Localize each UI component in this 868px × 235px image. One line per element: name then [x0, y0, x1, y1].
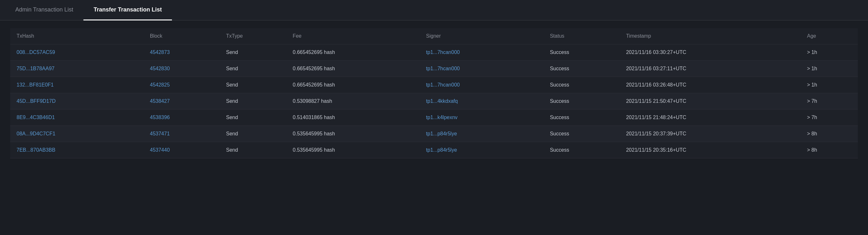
- transaction-table: TxHashBlockTxTypeFeeSignerStatusTimestam…: [10, 28, 858, 158]
- cell-age: > 8h: [801, 126, 858, 142]
- cell-timestamp: 2021/11/16 03:27:11+UTC: [620, 61, 801, 77]
- cell-signer[interactable]: tp1...p84r5lye: [420, 126, 544, 142]
- cell-timestamp: 2021/11/15 21:48:24+UTC: [620, 109, 801, 126]
- cell-age: > 7h: [801, 109, 858, 126]
- cell-age: > 8h: [801, 142, 858, 158]
- cell-timestamp: 2021/11/15 21:50:47+UTC: [620, 93, 801, 109]
- cell-block[interactable]: 4538396: [144, 109, 220, 126]
- content-area: TxHashBlockTxTypeFeeSignerStatusTimestam…: [0, 21, 868, 166]
- col-header-age: Age: [801, 28, 858, 44]
- cell-timestamp: 2021/11/16 03:26:48+UTC: [620, 77, 801, 93]
- cell-block[interactable]: 4538427: [144, 93, 220, 109]
- cell-fee: 0.665452695 hash: [286, 61, 420, 77]
- table-row: 08A...9D4C7CF14537471Send0.535645995 has…: [10, 126, 858, 142]
- cell-txhash[interactable]: 75D...1B78AA97: [10, 61, 144, 77]
- cell-txhash[interactable]: 7EB...870AB3BB: [10, 142, 144, 158]
- cell-status: Success: [544, 61, 620, 77]
- cell-txtype: Send: [220, 77, 286, 93]
- cell-txtype: Send: [220, 109, 286, 126]
- col-header-txtype: TxType: [220, 28, 286, 44]
- cell-status: Success: [544, 77, 620, 93]
- cell-timestamp: 2021/11/16 03:30:27+UTC: [620, 44, 801, 61]
- col-header-status: Status: [544, 28, 620, 44]
- table-row: 8E9...4C3B46D14538396Send0.514031865 has…: [10, 109, 858, 126]
- cell-signer[interactable]: tp1...7hcan000: [420, 61, 544, 77]
- cell-age: > 1h: [801, 61, 858, 77]
- cell-txtype: Send: [220, 93, 286, 109]
- cell-age: > 7h: [801, 93, 858, 109]
- cell-timestamp: 2021/11/15 20:35:16+UTC: [620, 142, 801, 158]
- cell-txhash[interactable]: 8E9...4C3B46D1: [10, 109, 144, 126]
- cell-block[interactable]: 4542830: [144, 61, 220, 77]
- tab-transfer[interactable]: Transfer Transaction List: [84, 0, 172, 21]
- cell-fee: 0.514031865 hash: [286, 109, 420, 126]
- cell-fee: 0.535645995 hash: [286, 126, 420, 142]
- cell-txhash[interactable]: 08A...9D4C7CF1: [10, 126, 144, 142]
- col-header-txhash: TxHash: [10, 28, 144, 44]
- table-row: 45D...BFF9D17D4538427Send0.53098827 hash…: [10, 93, 858, 109]
- cell-fee: 0.535645995 hash: [286, 142, 420, 158]
- cell-txhash[interactable]: 008...DC57AC59: [10, 44, 144, 61]
- cell-age: > 1h: [801, 77, 858, 93]
- table-row: 75D...1B78AA974542830Send0.665452695 has…: [10, 61, 858, 77]
- cell-signer[interactable]: tp1...7hcan000: [420, 77, 544, 93]
- cell-block[interactable]: 4537440: [144, 142, 220, 158]
- tabs-container: Admin Transaction ListTransfer Transacti…: [0, 0, 868, 21]
- tab-admin[interactable]: Admin Transaction List: [5, 0, 84, 21]
- cell-age: > 1h: [801, 44, 858, 61]
- cell-status: Success: [544, 93, 620, 109]
- cell-status: Success: [544, 126, 620, 142]
- cell-status: Success: [544, 44, 620, 61]
- col-header-timestamp: Timestamp: [620, 28, 801, 44]
- table-row: 008...DC57AC594542873Send0.665452695 has…: [10, 44, 858, 61]
- table-row: 7EB...870AB3BB4537440Send0.535645995 has…: [10, 142, 858, 158]
- cell-block[interactable]: 4542825: [144, 77, 220, 93]
- col-header-signer: Signer: [420, 28, 544, 44]
- cell-timestamp: 2021/11/15 20:37:39+UTC: [620, 126, 801, 142]
- cell-fee: 0.53098827 hash: [286, 93, 420, 109]
- cell-block[interactable]: 4542873: [144, 44, 220, 61]
- cell-txtype: Send: [220, 142, 286, 158]
- cell-status: Success: [544, 109, 620, 126]
- col-header-block: Block: [144, 28, 220, 44]
- col-header-fee: Fee: [286, 28, 420, 44]
- cell-txtype: Send: [220, 61, 286, 77]
- cell-signer[interactable]: tp1...7hcan000: [420, 44, 544, 61]
- cell-signer[interactable]: tp1...p84r5lye: [420, 142, 544, 158]
- cell-signer[interactable]: tp1...4kkdxafq: [420, 93, 544, 109]
- cell-block[interactable]: 4537471: [144, 126, 220, 142]
- cell-fee: 0.665452695 hash: [286, 44, 420, 61]
- cell-fee: 0.665452695 hash: [286, 77, 420, 93]
- cell-txhash[interactable]: 132...BF81E0F1: [10, 77, 144, 93]
- cell-txhash[interactable]: 45D...BFF9D17D: [10, 93, 144, 109]
- cell-status: Success: [544, 142, 620, 158]
- cell-txtype: Send: [220, 44, 286, 61]
- cell-signer[interactable]: tp1...k4lpexnv: [420, 109, 544, 126]
- table-row: 132...BF81E0F14542825Send0.665452695 has…: [10, 77, 858, 93]
- cell-txtype: Send: [220, 126, 286, 142]
